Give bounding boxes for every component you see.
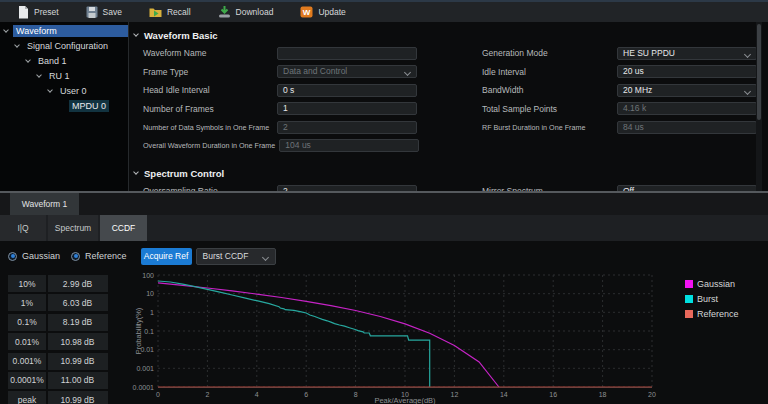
svg-text:0.001: 0.001: [136, 365, 154, 372]
idle-interval-input[interactable]: 20 us: [617, 65, 757, 78]
preset-document-icon: [18, 6, 29, 19]
svg-text:18: 18: [599, 391, 607, 398]
reference-radio[interactable]: [71, 252, 80, 261]
gaussian-radio[interactable]: [8, 252, 17, 261]
chevron-down-icon: [14, 42, 20, 48]
svg-text:100: 100: [142, 272, 154, 279]
upper-area: WaveformSignal ConfigurationBand 1RU 1Us…: [0, 22, 768, 191]
number-of-frames-input[interactable]: 1: [277, 102, 417, 115]
section-title: Waveform Basic: [144, 30, 218, 41]
tree-item-mpdu-0[interactable]: MPDU 0: [0, 98, 128, 113]
tree-item-ru-1[interactable]: RU 1: [0, 68, 128, 83]
tab-i-q[interactable]: I|Q: [0, 215, 46, 241]
number-of-data-symbols-in-one-frame-input: 2: [277, 121, 417, 134]
field-column: Waveform NameFrame TypeData and ControlH…: [143, 44, 417, 155]
tab-spectrum[interactable]: Spectrum: [48, 215, 98, 241]
svg-text:4: 4: [255, 391, 259, 398]
tree-item-band-1[interactable]: Band 1: [0, 53, 128, 68]
svg-text:0.1: 0.1: [144, 328, 154, 335]
svg-text:6: 6: [304, 391, 308, 398]
overall-waveform-duration-in-one-frame-input: 104 us: [279, 139, 419, 152]
number-of-frames-label: Number of Frames: [143, 104, 277, 114]
stats-row: peak10.99 dB: [8, 391, 109, 404]
stats-value-cell: 2.99 dB: [48, 275, 108, 292]
tree-item-signal-configuration[interactable]: Signal Configuration: [0, 38, 128, 53]
frame-type-select: Data and Control: [277, 65, 417, 78]
legend-label: Reference: [697, 309, 739, 319]
field-row-bandwidth: BandWidth20 MHz: [482, 81, 757, 100]
ccdf-mode-select[interactable]: Burst CCDF: [196, 248, 276, 265]
tab-waveform-1[interactable]: Waveform 1: [10, 193, 79, 215]
legend-swatch: [685, 310, 693, 318]
field-row-mirror-spectrum: Mirror SpectrumOff: [482, 182, 757, 191]
section-header-spectrum-control[interactable]: Spectrum Control: [134, 164, 762, 182]
series-burst: [158, 281, 430, 387]
config-tree: WaveformSignal ConfigurationBand 1RU 1Us…: [0, 22, 129, 191]
preset-button-label: Preset: [34, 7, 59, 17]
stats-value-cell: 8.19 dB: [48, 314, 108, 331]
svg-text:16: 16: [549, 391, 557, 398]
gaussian-radio-label: Gaussian: [22, 251, 60, 261]
field-row-frame-type: Frame TypeData and Control: [143, 63, 417, 82]
update-button-label: Update: [318, 7, 345, 17]
series-gaussian: [158, 283, 499, 387]
download-button[interactable]: Download: [218, 6, 274, 18]
generation-mode-select[interactable]: HE SU PPDU: [617, 47, 757, 60]
tree-item-label: Band 1: [35, 55, 70, 67]
toolbar: PresetSaveRecallDownloadWUpdate: [0, 0, 768, 22]
section-fields: Waveform NameFrame TypeData and ControlH…: [130, 44, 762, 157]
svg-text:12: 12: [451, 391, 459, 398]
radio-dot: [74, 254, 78, 258]
scrollbar-thumb[interactable]: [757, 24, 761, 120]
chevron-down-icon: [133, 31, 139, 37]
legend-label: Burst: [697, 294, 718, 304]
field-row-generation-mode: Generation ModeHE SU PPDU: [482, 44, 757, 63]
tree-item-waveform[interactable]: Waveform: [0, 23, 128, 38]
total-sample-points-input: 4.16 k: [617, 102, 757, 115]
field-column: Oversampling Ratio2: [143, 182, 417, 191]
stats-percent-cell: 0.0001%: [8, 372, 46, 389]
recall-button[interactable]: Recall: [149, 6, 191, 18]
stats-percent-cell: 0.1%: [8, 314, 46, 331]
generation-mode-label: Generation Mode: [482, 48, 617, 58]
settings-panel: Waveform BasicWaveform NameFrame TypeDat…: [130, 22, 762, 191]
bandwidth-select[interactable]: 20 MHz: [617, 84, 757, 97]
stats-percent-cell: 1%: [8, 294, 46, 311]
head-idle-interval-input[interactable]: 0 s: [277, 84, 417, 97]
field-row-head-idle-interval: Head Idle Interval0 s: [143, 81, 417, 100]
preset-button[interactable]: Preset: [18, 6, 59, 19]
stats-row: 0.1%8.19 dB: [8, 314, 109, 331]
section-header-waveform-basic[interactable]: Waveform Basic: [134, 26, 762, 44]
save-button[interactable]: Save: [86, 6, 122, 18]
chevron-down-icon: [3, 27, 9, 33]
update-w-icon: W: [300, 6, 313, 18]
update-button[interactable]: WUpdate: [300, 6, 345, 18]
total-sample-points-label: Total Sample Points: [482, 104, 617, 114]
stats-value-cell: 10.99 dB: [48, 353, 108, 370]
waveform-name-input[interactable]: [277, 47, 417, 60]
legend-swatch: [685, 280, 693, 288]
tree-item-label: Signal Configuration: [24, 40, 111, 52]
reference-radio-label: Reference: [85, 251, 127, 261]
app-window: PresetSaveRecallDownloadWUpdate Waveform…: [0, 0, 768, 404]
field-column: Generation ModeHE SU PPDUIdle Interval20…: [482, 44, 757, 137]
overall-waveform-duration-in-one-frame-label: Overall Waveform Duration in One Frame: [143, 141, 279, 150]
radio-dot: [11, 254, 15, 258]
tree-item-user-0[interactable]: User 0: [0, 83, 128, 98]
save-button-label: Save: [103, 7, 122, 17]
analysis-panel: Waveform 1 I|QSpectrumCCDF GaussianRefer…: [0, 191, 768, 404]
svg-text:14: 14: [500, 391, 508, 398]
tree-item-label: User 0: [57, 85, 90, 97]
legend-item-gaussian: Gaussian: [685, 276, 739, 291]
ccdf-chart: 024681012141618201001010.10.010.0010.000…: [112, 270, 768, 404]
svg-text:20: 20: [648, 391, 656, 398]
svg-text:2: 2: [205, 391, 209, 398]
acquire-ref-button[interactable]: Acquire Ref: [141, 248, 192, 265]
form-scrollbar[interactable]: [756, 22, 762, 191]
svg-text:10: 10: [146, 290, 154, 297]
svg-text:W: W: [303, 8, 311, 17]
chart-legend: GaussianBurstReference: [685, 276, 739, 321]
stats-value-cell: 11.00 dB: [48, 372, 108, 389]
save-floppy-icon: [86, 6, 98, 18]
tab-ccdf[interactable]: CCDF: [100, 215, 147, 241]
